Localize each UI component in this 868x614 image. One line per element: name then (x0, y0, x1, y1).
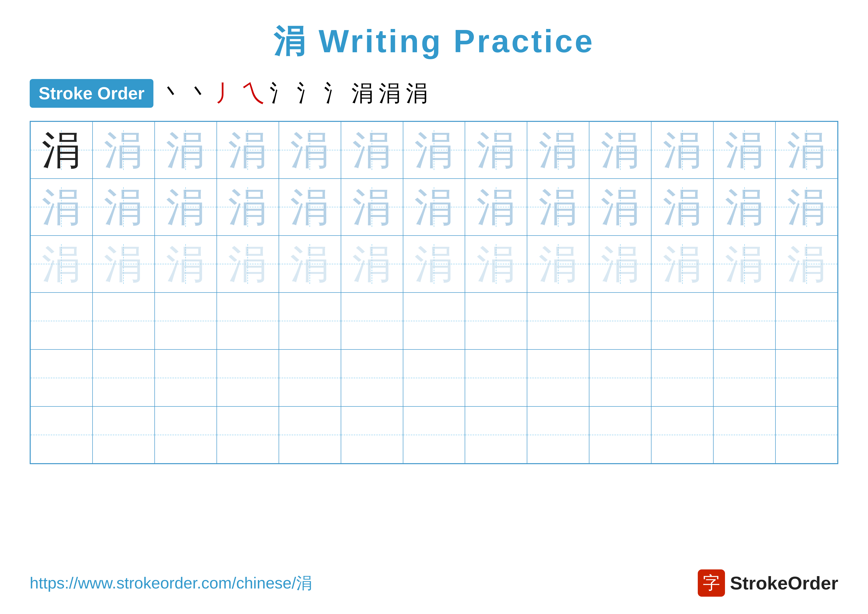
table-cell-empty[interactable] (465, 406, 527, 463)
char-ghost-light: 涓 (787, 244, 826, 284)
table-cell: 涓 (403, 236, 465, 292)
table-cell-empty[interactable] (341, 406, 403, 463)
table-cell: 涓 (217, 236, 279, 292)
table-cell-empty[interactable] (589, 350, 651, 406)
char-ghost: 涓 (352, 187, 392, 227)
table-cell-empty[interactable] (713, 406, 775, 463)
table-cell-empty[interactable] (93, 292, 155, 350)
table-cell: 涓 (465, 179, 527, 236)
char-ghost-light: 涓 (414, 244, 454, 284)
table-cell-empty[interactable] (775, 350, 837, 406)
char-ghost-light: 涓 (663, 244, 702, 284)
table-cell-empty[interactable] (93, 406, 155, 463)
char-ghost: 涓 (476, 130, 516, 170)
footer-url: https://www.strokeorder.com/chinese/涓 (30, 572, 312, 594)
char-ghost-light: 涓 (42, 244, 81, 284)
char-ghost: 涓 (290, 130, 330, 170)
table-cell-empty[interactable] (31, 350, 93, 406)
table-cell: 涓 (713, 121, 775, 179)
char-solid: 涓 (42, 130, 81, 170)
table-row: 涓 涓 涓 涓 (31, 236, 837, 292)
table-cell-empty[interactable] (217, 406, 279, 463)
table-cell-empty[interactable] (341, 292, 403, 350)
footer: https://www.strokeorder.com/chinese/涓 字 … (30, 569, 838, 597)
table-cell: 涓 (465, 121, 527, 179)
table-cell-empty[interactable] (527, 292, 589, 350)
stroke-order-row: Stroke Order 丶 丶 丿 乀 氵 氵 氵 涓 涓 涓 (30, 78, 838, 109)
table-cell-empty[interactable] (403, 292, 465, 350)
table-cell: 涓 (217, 121, 279, 179)
table-cell-empty[interactable] (465, 292, 527, 350)
table-cell-empty[interactable] (775, 406, 837, 463)
table-row: 涓 涓 涓 涓 (31, 179, 837, 236)
table-cell-empty[interactable] (279, 406, 341, 463)
table-cell: 涓 (713, 236, 775, 292)
table-cell: 涓 (403, 179, 465, 236)
table-cell-empty[interactable] (31, 292, 93, 350)
table-row (31, 292, 837, 350)
char-ghost: 涓 (352, 130, 392, 170)
table-cell: 涓 (589, 179, 651, 236)
table-cell: 涓 (155, 179, 217, 236)
char-ghost: 涓 (42, 187, 81, 227)
table-cell-empty[interactable] (403, 406, 465, 463)
table-cell-empty[interactable] (403, 350, 465, 406)
table-cell-empty[interactable] (155, 292, 217, 350)
table-cell: 涓 (403, 121, 465, 179)
title-text: 涓 Writing Practice (273, 23, 594, 59)
table-cell-empty[interactable] (217, 292, 279, 350)
char-ghost: 涓 (787, 187, 826, 227)
table-cell: 涓 (651, 179, 713, 236)
stroke-3: 丿 (215, 78, 237, 109)
table-cell-empty[interactable] (155, 350, 217, 406)
char-ghost: 涓 (290, 187, 330, 227)
table-cell: 涓 (465, 236, 527, 292)
table-cell: 涓 (589, 121, 651, 179)
table-cell-empty[interactable] (713, 292, 775, 350)
logo-char: 字 (703, 571, 720, 595)
stroke-7: 氵 (324, 78, 346, 109)
table-cell: 涓 (31, 236, 93, 292)
char-ghost: 涓 (414, 187, 454, 227)
table-cell-empty[interactable] (651, 292, 713, 350)
table-cell-empty[interactable] (589, 292, 651, 350)
char-ghost: 涓 (725, 187, 764, 227)
char-ghost-light: 涓 (166, 244, 205, 284)
table-cell-empty[interactable] (775, 292, 837, 350)
table-cell-empty[interactable] (465, 350, 527, 406)
table-cell-empty[interactable] (31, 406, 93, 463)
table-cell: 涓 (713, 179, 775, 236)
table-cell: 涓 (651, 236, 713, 292)
table-cell-empty[interactable] (651, 350, 713, 406)
table-cell: 涓 (279, 121, 341, 179)
table-cell-empty[interactable] (527, 350, 589, 406)
table-cell: 涓 (93, 121, 155, 179)
table-cell: 涓 (775, 121, 837, 179)
footer-logo: 字 StrokeOrder (698, 569, 838, 597)
char-ghost: 涓 (104, 130, 143, 170)
table-cell-empty[interactable] (93, 350, 155, 406)
stroke-sequence: 丶 丶 丿 乀 氵 氵 氵 涓 涓 涓 (161, 78, 428, 109)
logo-text: StrokeOrder (730, 572, 838, 594)
stroke-10: 涓 (406, 78, 428, 109)
table-row (31, 406, 837, 463)
table-cell: 涓 (279, 179, 341, 236)
table-cell: 涓 (589, 236, 651, 292)
table-cell: 涓 (775, 236, 837, 292)
stroke-6: 氵 (297, 78, 319, 109)
char-ghost: 涓 (228, 187, 268, 227)
char-ghost: 涓 (414, 130, 454, 170)
table-cell-empty[interactable] (527, 406, 589, 463)
table-cell-empty[interactable] (589, 406, 651, 463)
table-cell: 涓 (341, 179, 403, 236)
practice-table: 涓 涓 涓 涓 (30, 121, 838, 464)
table-cell-empty[interactable] (279, 350, 341, 406)
table-cell: 涓 (31, 179, 93, 236)
table-cell-empty[interactable] (217, 350, 279, 406)
table-cell-empty[interactable] (155, 406, 217, 463)
table-cell-empty[interactable] (341, 350, 403, 406)
char-ghost-light: 涓 (290, 244, 330, 284)
table-cell-empty[interactable] (279, 292, 341, 350)
table-cell-empty[interactable] (651, 406, 713, 463)
table-cell-empty[interactable] (713, 350, 775, 406)
